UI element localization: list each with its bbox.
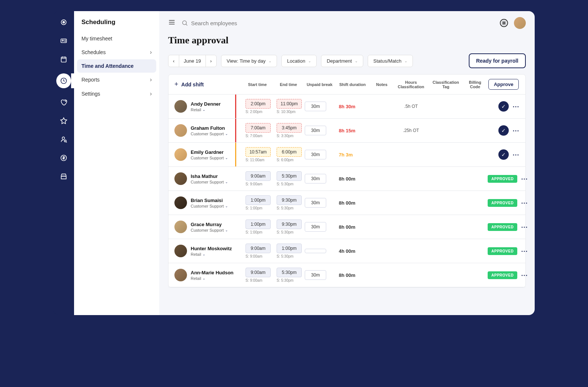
calendar-icon[interactable] [59,55,68,64]
col-duration: Shift duration [336,82,369,87]
nav-item-my-timesheet[interactable]: My timesheet [74,32,159,45]
break-input[interactable]: 30m [305,174,326,183]
start-time-input[interactable]: 9:00am [245,171,271,181]
start-time-input[interactable]: 9:00am [245,268,271,277]
employee-info: Graham Fulton Customer Support ⌄ [191,125,228,136]
approve-button[interactable]: ✓ [498,101,509,112]
employee-cell: Andy Denner Retail ⌄ [174,100,241,113]
scheduled-start: S: 7:00am [245,134,272,138]
view-select[interactable]: View: Time by day⌄ [221,55,277,67]
employee-info: Hunter Moskowitz Retail ⌄ [191,246,232,257]
user-avatar[interactable] [514,17,526,29]
location-label: Location [287,58,305,64]
end-time-input[interactable]: 6:00pm [277,147,302,157]
end-time-input[interactable]: 5:30pm [277,268,302,277]
employee-avatar [174,269,187,281]
break-input[interactable]: 30m [305,150,326,159]
start-time-input[interactable]: 9:00am [245,244,271,253]
more-actions-button[interactable]: ⋯ [521,271,528,279]
nav-item-settings[interactable]: Settings› [74,87,159,101]
timesheet-table: +Add shift Start time End time Unpaid br… [168,74,526,288]
more-actions-button[interactable]: ⋯ [512,126,519,135]
approve-all-button[interactable]: Approve [488,79,519,90]
more-actions-button[interactable]: ⋯ [521,175,528,183]
more-actions-button[interactable]: ⋯ [521,223,528,231]
view-label: View: Time by day [227,58,265,64]
chevron-down-icon: ⌄ [203,108,206,112]
date-prev-button[interactable]: ‹ [168,55,179,67]
break-input[interactable]: 30m [305,126,326,135]
ready-for-payroll-button[interactable]: Ready for payroll [469,53,526,68]
star-icon[interactable] [59,116,68,125]
break-input[interactable]: 30m [305,270,326,280]
more-actions-button[interactable]: ⋯ [512,150,519,159]
topbar-actions [500,17,526,29]
store-icon[interactable] [59,172,68,181]
scheduled-start: S: 1:00pm [245,206,272,210]
end-time-input[interactable]: 3:45pm [277,123,302,133]
hours-class-cell: .5h OT [394,104,428,109]
start-time-input[interactable]: 1:00pm [245,195,271,205]
employee-dept-select[interactable]: Customer Support ⌄ [191,228,228,232]
svg-point-9 [183,21,187,25]
nav-label: Schedules [81,49,106,55]
employee-cell: Brian Sumaisi Customer Support ⌄ [174,196,241,209]
start-time-input[interactable]: 1:00pm [245,219,271,229]
date-next-button[interactable]: › [206,55,216,67]
end-time-cell: 5:30pm S: 5:30pm [274,268,303,282]
more-actions-button[interactable]: ⋯ [521,247,528,255]
chevron-down-icon: ⌄ [225,204,228,208]
employee-dept-select[interactable]: Customer Support ⌄ [191,180,228,184]
employee-cell: Emily Gardner Customer Support ⌄ [174,148,241,161]
more-actions-button[interactable]: ⋯ [512,102,519,110]
end-time-input[interactable]: 1:00pm [277,244,302,253]
start-time-input[interactable]: 2:00pm [245,99,271,109]
employee-dept-select[interactable]: Customer Support ⌄ [191,132,228,136]
end-time-input[interactable]: 11:00pm [277,99,302,109]
approve-button[interactable]: ✓ [498,125,509,136]
employee-avatar [174,100,187,113]
nav-item-reports[interactable]: Reports› [74,73,159,87]
department-select[interactable]: Department⌄ [321,55,363,67]
employee-dept-select[interactable]: Customer Support ⌄ [191,156,228,160]
start-time-cell: 9:00am S: 9:00am [243,171,272,186]
more-actions-button[interactable]: ⋯ [521,199,528,207]
break-input[interactable]: 30m [305,198,326,208]
employee-dept-select[interactable]: Retail ⌄ [191,108,221,112]
clock-icon[interactable] [56,73,71,88]
menu-icon[interactable] [168,19,176,27]
chevron-down-icon: ⌄ [225,228,228,232]
svg-point-7 [64,140,66,142]
location-select[interactable]: Location⌄ [281,55,317,67]
date-current[interactable]: June 19 [179,55,206,67]
search-input[interactable] [191,20,302,26]
start-time-input[interactable]: 7:00am [245,123,271,133]
heart-icon[interactable] [59,98,68,107]
add-shift-button[interactable]: +Add shift [174,80,241,88]
break-input[interactable] [305,249,326,253]
status-select[interactable]: Status/Match⌄ [368,55,413,67]
employee-dept-select[interactable]: Customer Support ⌄ [191,204,228,208]
end-time-input[interactable]: 5:30pm [277,171,302,181]
id-card-icon[interactable] [59,36,68,45]
break-input[interactable]: 30m [305,222,326,232]
end-time-input[interactable]: 9:30pm [277,219,302,229]
employee-name: Isha Mathur [191,173,228,179]
duration-value: 8h 00m [336,176,369,182]
end-time-input[interactable]: 9:30pm [277,195,302,205]
break-input[interactable]: 30m [305,102,326,111]
dollar-icon[interactable] [59,153,68,162]
logo-icon[interactable] [59,18,68,27]
nav-item-time-and-attendance[interactable]: Time and Attendance [77,59,156,73]
date-navigator: ‹ June 19 › [168,55,217,67]
start-time-input[interactable]: 10:57am [245,147,271,157]
approve-button[interactable]: ✓ [498,149,509,160]
help-icon[interactable] [500,19,508,27]
nav-label: My timesheet [81,36,112,42]
app-window: Scheduling My timesheetSchedules›Time an… [53,11,535,315]
employee-dept-select[interactable]: Retail ⌄ [191,276,234,281]
user-search-icon[interactable] [59,135,68,144]
employee-info: Andy Denner Retail ⌄ [191,101,221,112]
employee-dept-select[interactable]: Retail ⌄ [191,252,232,257]
nav-item-schedules[interactable]: Schedules› [74,45,159,59]
